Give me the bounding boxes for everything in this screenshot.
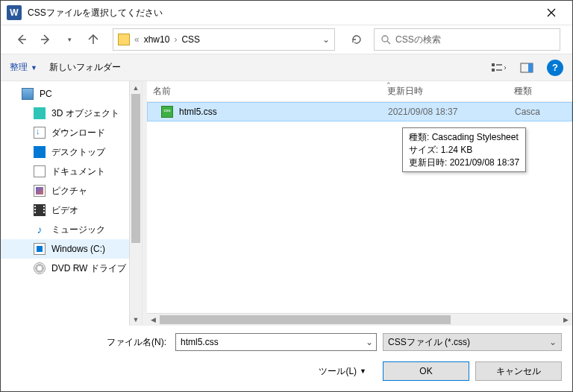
scroll-down-icon[interactable]: ▼ (130, 313, 142, 326)
tree-label: DVD RW ドライブ (51, 262, 126, 275)
forward-button[interactable] (37, 31, 54, 48)
scroll-right-icon[interactable]: ▶ (560, 314, 572, 326)
close-button[interactable] (536, 1, 566, 25)
tooltip-date: 更新日時: 2021/09/08 18:37 (409, 157, 519, 169)
picture-icon (34, 185, 46, 197)
view-menu[interactable] (490, 60, 507, 76)
tree-pc[interactable]: PC (1, 84, 142, 104)
video-icon (34, 204, 46, 216)
filename-input[interactable]: html5.css ⌄ (175, 333, 377, 351)
preview-pane-icon (520, 63, 533, 73)
up-button[interactable] (84, 31, 102, 48)
cancel-button[interactable]: キャンセル (475, 361, 562, 381)
file-type: Casca (515, 107, 540, 117)
scroll-left-icon[interactable]: ◀ (147, 314, 160, 326)
search-icon (381, 34, 391, 45)
tree-dvd[interactable]: DVD RW ドライブ (1, 259, 142, 278)
path-seg-2[interactable]: CSS (181, 34, 200, 45)
folder-icon (118, 34, 130, 45)
navigation-tree[interactable]: PC 3D オブジェクト ダウンロード デスクトップ ドキュメント ピクチャ ビ… (1, 81, 143, 326)
new-folder-button[interactable]: 新しいフォルダー (49, 61, 121, 74)
preview-pane-button[interactable] (519, 60, 535, 76)
tree-label: ビデオ (51, 204, 78, 217)
tree-videos[interactable]: ビデオ (1, 200, 142, 220)
music-icon: ♪ (34, 224, 46, 235)
file-tooltip: 種類: Cascading Stylesheet サイズ: 1.24 KB 更新… (402, 127, 526, 172)
chevron-down-icon[interactable]: ⌄ (366, 337, 373, 347)
address-dropdown[interactable]: ⌄ (322, 34, 330, 45)
tree-label: Windows (C:) (51, 244, 105, 254)
file-date: 2021/09/08 18:37 (388, 107, 515, 117)
tree-label: ドキュメント (51, 165, 105, 178)
organize-label: 整理 (10, 61, 28, 74)
scrollbar-thumb[interactable] (160, 315, 451, 324)
pc-icon (22, 88, 34, 100)
arrow-left-icon (16, 34, 28, 45)
document-icon (34, 165, 46, 177)
scroll-up-icon[interactable]: ▲ (130, 81, 142, 94)
column-date[interactable]: 更新日時 (387, 85, 514, 98)
address-bar[interactable]: « xhw10 › CSS ⌄ (113, 28, 335, 51)
desktop-icon (34, 146, 46, 158)
ok-button[interactable]: OK (383, 361, 469, 381)
filetype-filter[interactable]: CSSファイル (*.css) ⌄ (383, 333, 562, 351)
horizontal-scrollbar[interactable]: ◀ ▶ (147, 313, 572, 326)
file-list[interactable]: ⌃ 名前 更新日時 種類 html5.css 2021/09/08 18:37 … (147, 81, 572, 326)
column-name[interactable]: 名前 (153, 85, 387, 98)
dialog-footer: ファイル名(N): html5.css ⌄ CSSファイル (*.css) ⌄ … (1, 326, 572, 391)
drive-icon (34, 243, 46, 255)
column-type[interactable]: 種類 (514, 85, 572, 98)
tree-label: ピクチャ (51, 185, 87, 197)
file-name: html5.css (179, 107, 388, 117)
recent-dropdown[interactable]: ▾ (60, 31, 78, 48)
body: PC 3D オブジェクト ダウンロード デスクトップ ドキュメント ピクチャ ビ… (1, 81, 572, 326)
tree-music[interactable]: ♪ミュージック (1, 220, 142, 239)
tree-label: デスクトップ (51, 146, 105, 159)
chevron-down-icon: ▼ (31, 64, 37, 72)
tree-label: 3D オブジェクト (51, 107, 119, 120)
tree-label: PC (40, 89, 52, 99)
tools-label: ツール(L) (319, 365, 357, 378)
tools-menu[interactable]: ツール(L) ▼ (319, 365, 366, 378)
organize-menu[interactable]: 整理 ▼ (10, 61, 37, 74)
word-app-icon: W (7, 5, 22, 20)
css-file-icon (161, 106, 173, 118)
window-title: CSSファイルを選択してください (28, 7, 536, 19)
navigation-bar: ▾ « xhw10 › CSS ⌄ CSSの検索 (1, 25, 572, 54)
filter-value: CSSファイル (*.css) (388, 336, 470, 349)
help-button[interactable]: ? (547, 60, 563, 76)
back-button[interactable] (13, 31, 31, 48)
column-headers: 名前 更新日時 種類 (147, 81, 572, 102)
tree-downloads[interactable]: ダウンロード (1, 123, 142, 142)
svg-rect-2 (492, 69, 495, 72)
scrollbar-thumb[interactable] (131, 94, 140, 243)
tree-3d[interactable]: 3D オブジェクト (1, 104, 142, 123)
toolbar: 整理 ▼ 新しいフォルダー ? (1, 54, 572, 81)
chevron-down-icon[interactable]: ⌄ (549, 337, 557, 347)
refresh-button[interactable] (345, 28, 368, 51)
svg-point-0 (382, 36, 388, 42)
path-seg-1[interactable]: xhw10 (144, 34, 170, 45)
tree-pictures[interactable]: ピクチャ (1, 181, 142, 200)
svg-rect-1 (492, 63, 495, 66)
tooltip-type: 種類: Cascading Stylesheet (409, 131, 519, 144)
file-row[interactable]: html5.css 2021/09/08 18:37 Casca (147, 102, 572, 121)
arrow-up-icon (87, 34, 99, 45)
tree-scrollbar[interactable]: ▲ ▼ (129, 81, 142, 326)
tooltip-size: サイズ: 1.24 KB (409, 144, 519, 157)
svg-rect-4 (528, 63, 533, 72)
tree-desktop[interactable]: デスクトップ (1, 142, 142, 162)
disc-icon (34, 262, 46, 274)
view-list-icon (491, 62, 506, 74)
tree-label: ダウンロード (51, 127, 105, 139)
refresh-icon (351, 34, 363, 45)
search-input[interactable]: CSSの検索 (374, 28, 560, 51)
chevron-down-icon: ▼ (360, 367, 366, 375)
tree-windows-c[interactable]: Windows (C:) (1, 239, 142, 259)
filename-label: ファイル名(N): (11, 336, 169, 349)
close-icon (547, 8, 556, 17)
titlebar: W CSSファイルを選択してください (1, 1, 572, 25)
arrow-right-icon (40, 34, 51, 45)
tree-documents[interactable]: ドキュメント (1, 162, 142, 181)
download-icon (34, 127, 46, 139)
